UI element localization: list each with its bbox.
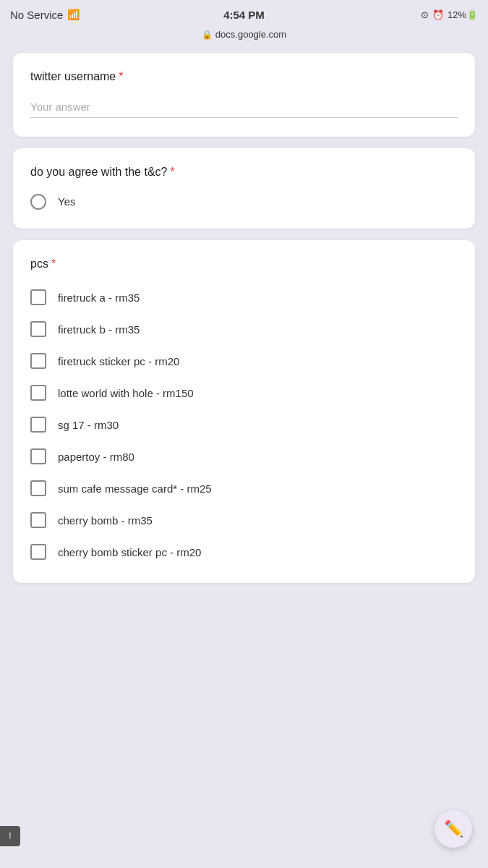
- checkbox-cherry-bomb[interactable]: cherry bomb - rm35: [30, 508, 458, 532]
- checkbox-label-cherry-bomb: cherry bomb - rm35: [58, 514, 153, 527]
- wifi-icon: 📶: [67, 9, 80, 20]
- form-content: twitter username* do you agree with the …: [0, 46, 488, 597]
- feedback-button[interactable]: !: [0, 826, 20, 846]
- checkbox-firetruck-b[interactable]: firetruck b - rm35: [30, 317, 458, 341]
- battery-indicator: 12% 🔋: [448, 9, 478, 20]
- twitter-username-label: twitter username*: [30, 69, 458, 85]
- checkbox-firetruck-sticker-pc[interactable]: firetruck sticker pc - rm20: [30, 349, 458, 373]
- checkbox-box-firetruck-sticker-pc: [30, 353, 46, 369]
- fab-edit-button[interactable]: ✏️: [435, 810, 472, 848]
- checkbox-label-cherry-bomb-sticker: cherry bomb sticker pc - rm20: [58, 546, 201, 558]
- checkbox-label-lotte-world: lotte world with hole - rm150: [58, 387, 194, 399]
- checkbox-label-papertoy: papertoy - rm80: [58, 451, 134, 463]
- pcs-checkbox-list: firetruck a - rm35 firetruck b - rm35 fi…: [30, 285, 458, 564]
- checkbox-label-sum-cafe: sum cafe message card* - rm25: [58, 482, 212, 495]
- required-star-1: *: [119, 70, 123, 82]
- checkbox-cherry-bomb-sticker[interactable]: cherry bomb sticker pc - rm20: [30, 540, 458, 564]
- feedback-icon: !: [9, 831, 11, 841]
- url-bar: 🔒 docs.google.com: [0, 27, 488, 46]
- checkbox-lotte-world[interactable]: lotte world with hole - rm150: [30, 380, 458, 405]
- battery-percent: 12%: [448, 9, 466, 20]
- checkbox-box-cherry-bomb: [30, 512, 46, 528]
- required-star-2: *: [170, 166, 174, 178]
- radio-label-yes: Yes: [58, 195, 75, 208]
- checkbox-firetruck-a[interactable]: firetruck a - rm35: [30, 285, 458, 310]
- pcs-card: pcs* firetruck a - rm35 firetruck b - rm…: [13, 240, 475, 583]
- checkbox-papertoy[interactable]: papertoy - rm80: [30, 444, 458, 469]
- checkbox-label-firetruck-sticker-pc: firetruck sticker pc - rm20: [58, 355, 179, 367]
- radio-option-yes[interactable]: Yes: [30, 194, 458, 210]
- checkbox-sg17[interactable]: sg 17 - rm30: [30, 412, 458, 437]
- checkbox-label-firetruck-a: firetruck a - rm35: [58, 292, 140, 304]
- twitter-username-card: twitter username*: [13, 53, 475, 137]
- carrier-label: No Service: [10, 9, 63, 21]
- radio-circle-yes: [30, 194, 46, 210]
- checkbox-sum-cafe[interactable]: sum cafe message card* - rm25: [30, 476, 458, 501]
- checkbox-label-firetruck-b: firetruck b - rm35: [58, 323, 140, 336]
- checkbox-box-cherry-bomb-sticker: [30, 544, 46, 560]
- checkbox-box-firetruck-a: [30, 289, 46, 305]
- checkbox-label-sg17: sg 17 - rm30: [58, 419, 119, 431]
- alarm-icon: ⏰: [432, 9, 444, 20]
- pcs-label: pcs*: [30, 256, 458, 272]
- status-left: No Service 📶: [10, 9, 80, 21]
- edit-icon: ✏️: [444, 820, 463, 838]
- checkbox-box-papertoy: [30, 448, 46, 464]
- location-icon: ⊙: [421, 9, 429, 20]
- checkbox-box-sum-cafe: [30, 480, 46, 496]
- checkbox-box-firetruck-b: [30, 321, 46, 337]
- status-right: ⊙ ⏰ 12% 🔋: [421, 9, 478, 20]
- battery-icon: 🔋: [466, 9, 478, 20]
- url-text: docs.google.com: [215, 29, 286, 40]
- lock-icon: 🔒: [202, 30, 213, 40]
- agree-tnc-label: do you agree with the t&c?*: [30, 164, 458, 180]
- required-star-3: *: [51, 258, 56, 270]
- agree-tnc-card: do you agree with the t&c?* Yes: [13, 148, 475, 228]
- status-bar: No Service 📶 4:54 PM ⊙ ⏰ 12% 🔋: [0, 0, 488, 27]
- status-time: 4:54 PM: [223, 9, 265, 21]
- checkbox-box-lotte-world: [30, 385, 46, 401]
- checkbox-box-sg17: [30, 417, 46, 433]
- twitter-username-input[interactable]: [30, 98, 458, 118]
